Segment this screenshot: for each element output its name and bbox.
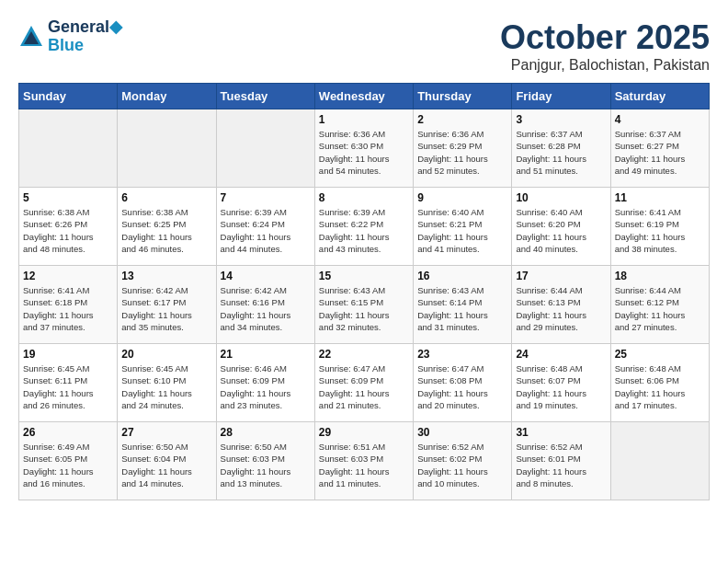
page-header: General◆ Blue October 2025 Panjgur, Balo… [18, 18, 710, 74]
day-info: Sunrise: 6:47 AM Sunset: 6:09 PM Dayligh… [319, 362, 409, 411]
day-number: 8 [319, 191, 409, 204]
day-info: Sunrise: 6:52 AM Sunset: 6:02 PM Dayligh… [417, 441, 507, 489]
day-number: 31 [516, 426, 606, 439]
weekday-header-sunday: Sunday [19, 84, 118, 109]
day-info: Sunrise: 6:45 AM Sunset: 6:10 PM Dayligh… [121, 362, 211, 411]
calendar-body: 1Sunrise: 6:36 AM Sunset: 6:30 PM Daylig… [19, 109, 710, 500]
calendar-cell: 10Sunrise: 6:40 AM Sunset: 6:20 PM Dayli… [512, 188, 610, 266]
day-info: Sunrise: 6:41 AM Sunset: 6:18 PM Dayligh… [23, 284, 113, 333]
calendar-cell: 25Sunrise: 6:48 AM Sunset: 6:06 PM Dayli… [610, 344, 709, 422]
day-number: 1 [319, 113, 409, 126]
calendar-table: SundayMondayTuesdayWednesdayThursdayFrid… [18, 83, 710, 500]
calendar-cell [118, 109, 216, 188]
calendar-week-3: 12Sunrise: 6:41 AM Sunset: 6:18 PM Dayli… [19, 266, 710, 344]
day-number: 18 [615, 270, 705, 282]
weekday-header-wednesday: Wednesday [314, 84, 413, 109]
day-info: Sunrise: 6:50 AM Sunset: 6:04 PM Dayligh… [121, 441, 211, 489]
calendar-cell: 22Sunrise: 6:47 AM Sunset: 6:09 PM Dayli… [314, 344, 413, 422]
title-block: October 2025 Panjgur, Balochistan, Pakis… [500, 18, 710, 74]
calendar-cell: 20Sunrise: 6:45 AM Sunset: 6:10 PM Dayli… [118, 344, 216, 422]
calendar-week-1: 1Sunrise: 6:36 AM Sunset: 6:30 PM Daylig… [19, 109, 710, 188]
calendar-cell: 16Sunrise: 6:43 AM Sunset: 6:14 PM Dayli… [414, 266, 512, 344]
calendar-cell: 4Sunrise: 6:37 AM Sunset: 6:27 PM Daylig… [610, 109, 709, 188]
calendar-cell: 9Sunrise: 6:40 AM Sunset: 6:21 PM Daylig… [414, 188, 512, 266]
logo: General◆ Blue [18, 18, 122, 55]
day-number: 16 [417, 270, 507, 282]
day-number: 11 [615, 191, 705, 204]
calendar-cell: 30Sunrise: 6:52 AM Sunset: 6:02 PM Dayli… [414, 422, 512, 500]
day-info: Sunrise: 6:46 AM Sunset: 6:09 PM Dayligh… [221, 362, 311, 411]
day-number: 7 [221, 191, 311, 204]
calendar-cell: 11Sunrise: 6:41 AM Sunset: 6:19 PM Dayli… [610, 188, 709, 266]
day-number: 22 [319, 348, 409, 361]
weekday-header-tuesday: Tuesday [216, 84, 314, 109]
day-info: Sunrise: 6:48 AM Sunset: 6:06 PM Dayligh… [615, 362, 705, 411]
month-title: October 2025 [500, 18, 710, 57]
day-number: 5 [23, 191, 113, 204]
day-number: 9 [417, 191, 507, 204]
weekday-header-monday: Monday [118, 84, 216, 109]
calendar-cell: 2Sunrise: 6:36 AM Sunset: 6:29 PM Daylig… [414, 109, 512, 188]
day-number: 25 [615, 348, 705, 361]
day-number: 30 [417, 426, 507, 439]
day-number: 17 [516, 270, 606, 282]
day-info: Sunrise: 6:43 AM Sunset: 6:14 PM Dayligh… [417, 284, 507, 333]
day-number: 27 [121, 426, 211, 439]
day-number: 26 [23, 426, 113, 439]
calendar-cell [19, 109, 118, 188]
day-info: Sunrise: 6:42 AM Sunset: 6:17 PM Dayligh… [121, 284, 211, 333]
calendar-cell: 23Sunrise: 6:47 AM Sunset: 6:08 PM Dayli… [414, 344, 512, 422]
day-number: 10 [516, 191, 606, 204]
calendar-cell: 13Sunrise: 6:42 AM Sunset: 6:17 PM Dayli… [118, 266, 216, 344]
day-info: Sunrise: 6:44 AM Sunset: 6:13 PM Dayligh… [516, 284, 606, 333]
calendar-cell: 6Sunrise: 6:38 AM Sunset: 6:25 PM Daylig… [118, 188, 216, 266]
calendar-cell: 1Sunrise: 6:36 AM Sunset: 6:30 PM Daylig… [314, 109, 413, 188]
day-number: 15 [319, 270, 409, 282]
day-number: 19 [23, 348, 113, 361]
day-info: Sunrise: 6:38 AM Sunset: 6:25 PM Dayligh… [121, 206, 211, 255]
day-info: Sunrise: 6:47 AM Sunset: 6:08 PM Dayligh… [417, 362, 507, 411]
day-number: 20 [121, 348, 211, 361]
day-number: 4 [615, 113, 705, 126]
calendar-cell: 19Sunrise: 6:45 AM Sunset: 6:11 PM Dayli… [19, 344, 118, 422]
day-info: Sunrise: 6:48 AM Sunset: 6:07 PM Dayligh… [516, 362, 606, 411]
weekday-header-thursday: Thursday [414, 84, 512, 109]
calendar-cell: 28Sunrise: 6:50 AM Sunset: 6:03 PM Dayli… [216, 422, 314, 500]
day-number: 29 [319, 426, 409, 439]
calendar-cell: 24Sunrise: 6:48 AM Sunset: 6:07 PM Dayli… [512, 344, 610, 422]
day-info: Sunrise: 6:39 AM Sunset: 6:22 PM Dayligh… [319, 206, 409, 255]
day-info: Sunrise: 6:45 AM Sunset: 6:11 PM Dayligh… [23, 362, 113, 411]
day-info: Sunrise: 6:37 AM Sunset: 6:27 PM Dayligh… [615, 128, 705, 177]
calendar-cell: 3Sunrise: 6:37 AM Sunset: 6:28 PM Daylig… [512, 109, 610, 188]
day-info: Sunrise: 6:40 AM Sunset: 6:21 PM Dayligh… [417, 206, 507, 255]
day-info: Sunrise: 6:43 AM Sunset: 6:15 PM Dayligh… [319, 284, 409, 333]
location-subtitle: Panjgur, Balochistan, Pakistan [500, 57, 710, 74]
calendar-cell: 29Sunrise: 6:51 AM Sunset: 6:03 PM Dayli… [314, 422, 413, 500]
calendar-cell: 8Sunrise: 6:39 AM Sunset: 6:22 PM Daylig… [314, 188, 413, 266]
calendar-cell: 5Sunrise: 6:38 AM Sunset: 6:26 PM Daylig… [19, 188, 118, 266]
logo-text: General◆ Blue [48, 18, 122, 55]
day-info: Sunrise: 6:41 AM Sunset: 6:19 PM Dayligh… [615, 206, 705, 255]
day-info: Sunrise: 6:52 AM Sunset: 6:01 PM Dayligh… [516, 441, 606, 489]
day-info: Sunrise: 6:51 AM Sunset: 6:03 PM Dayligh… [319, 441, 409, 489]
calendar-cell [610, 422, 709, 500]
day-number: 13 [121, 270, 211, 282]
calendar-week-2: 5Sunrise: 6:38 AM Sunset: 6:26 PM Daylig… [19, 188, 710, 266]
day-info: Sunrise: 6:36 AM Sunset: 6:29 PM Dayligh… [417, 128, 507, 177]
calendar-cell: 21Sunrise: 6:46 AM Sunset: 6:09 PM Dayli… [216, 344, 314, 422]
logo-icon [18, 24, 44, 50]
calendar-cell: 18Sunrise: 6:44 AM Sunset: 6:12 PM Dayli… [610, 266, 709, 344]
calendar-cell [216, 109, 314, 188]
calendar-cell: 12Sunrise: 6:41 AM Sunset: 6:18 PM Dayli… [19, 266, 118, 344]
day-number: 2 [417, 113, 507, 126]
calendar-cell: 27Sunrise: 6:50 AM Sunset: 6:04 PM Dayli… [118, 422, 216, 500]
day-number: 28 [221, 426, 311, 439]
day-info: Sunrise: 6:40 AM Sunset: 6:20 PM Dayligh… [516, 206, 606, 255]
day-number: 3 [516, 113, 606, 126]
day-info: Sunrise: 6:50 AM Sunset: 6:03 PM Dayligh… [221, 441, 311, 489]
calendar-cell: 26Sunrise: 6:49 AM Sunset: 6:05 PM Dayli… [19, 422, 118, 500]
day-info: Sunrise: 6:49 AM Sunset: 6:05 PM Dayligh… [23, 441, 113, 489]
weekday-header-saturday: Saturday [610, 84, 709, 109]
calendar-cell: 7Sunrise: 6:39 AM Sunset: 6:24 PM Daylig… [216, 188, 314, 266]
day-number: 24 [516, 348, 606, 361]
